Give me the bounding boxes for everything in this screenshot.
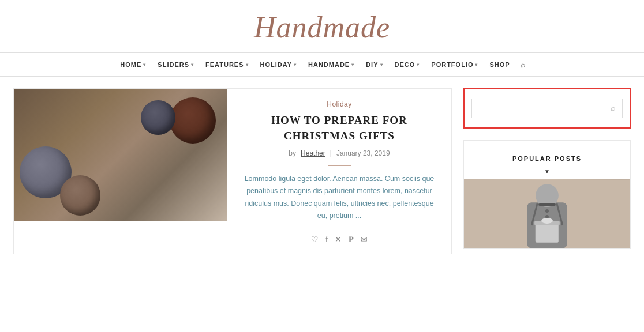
article-title: HOW TO PREPARE FOR CHRISTMAS GIFTS bbox=[271, 113, 407, 144]
nav-item-home[interactable]: HOME ▾ bbox=[114, 59, 152, 70]
article-divider bbox=[328, 165, 351, 166]
chevron-down-icon: ▾ bbox=[246, 62, 249, 67]
svg-point-9 bbox=[545, 209, 549, 213]
nav-link-shop[interactable]: SHOP bbox=[484, 59, 515, 70]
chevron-down-icon: ▾ bbox=[380, 62, 383, 67]
social-twitter-icon[interactable]: ✕ bbox=[335, 235, 342, 244]
nav-item-diy[interactable]: DIY ▾ bbox=[360, 59, 388, 70]
article-category: Holiday bbox=[327, 100, 352, 108]
nav-link-holiday[interactable]: HOLIDAY ▾ bbox=[254, 59, 303, 70]
site-title: Handmade bbox=[0, 10, 644, 44]
popular-posts-widget: POPULAR POSTS ▼ bbox=[463, 140, 631, 249]
article-meta: by Heather | January 23, 2019 bbox=[289, 149, 390, 157]
social-like-icon[interactable]: ♡ bbox=[311, 235, 319, 244]
nav-item-features[interactable]: FEATURES ▾ bbox=[200, 59, 254, 70]
author-link[interactable]: Heather bbox=[301, 149, 325, 157]
nav-link-features[interactable]: FEATURES ▾ bbox=[200, 59, 254, 70]
yarn-ball-decoration-1 bbox=[170, 97, 216, 144]
svg-rect-4 bbox=[536, 222, 559, 243]
article-excerpt: Lommodo ligula eget dolor. Aenean massa.… bbox=[241, 173, 437, 222]
svg-point-10 bbox=[545, 215, 549, 218]
nav-link-deco[interactable]: DECO ▾ bbox=[389, 59, 426, 70]
main-content: Holiday HOW TO PREPARE FOR CHRISTMAS GIF… bbox=[13, 88, 452, 254]
chevron-down-icon: ▾ bbox=[351, 62, 354, 67]
nav-item-sliders[interactable]: SLIDERS ▾ bbox=[152, 59, 200, 70]
nav-item-deco[interactable]: DECO ▾ bbox=[389, 59, 426, 70]
chevron-down-icon: ▾ bbox=[417, 62, 420, 67]
nav-link-home[interactable]: HOME ▾ bbox=[114, 59, 152, 70]
nav-link-handmade[interactable]: HANDMADE ▾ bbox=[302, 59, 360, 70]
search-icon[interactable]: ⌕ bbox=[516, 58, 530, 71]
social-facebook-icon[interactable]: f bbox=[325, 235, 328, 244]
nav-item-shop[interactable]: SHOP bbox=[484, 59, 515, 70]
chevron-down-icon: ▾ bbox=[294, 62, 297, 67]
svg-point-6 bbox=[541, 218, 553, 224]
search-input[interactable] bbox=[479, 104, 611, 113]
article-image-bg bbox=[14, 89, 227, 221]
sidebar: ⌕ POPULAR POSTS ▼ bbox=[463, 88, 631, 254]
yarn-ball-decoration-2 bbox=[141, 100, 175, 135]
article-image bbox=[14, 89, 227, 221]
popular-post-img-bg bbox=[464, 179, 630, 248]
nav-search[interactable]: ⌕ bbox=[516, 59, 530, 70]
search-input-wrapper[interactable]: ⌕ bbox=[471, 99, 623, 118]
nav-item-holiday[interactable]: HOLIDAY ▾ bbox=[254, 59, 303, 70]
popular-post-image bbox=[464, 179, 630, 248]
article-social-bar: ♡ f ✕ 𝐏 ✉ bbox=[311, 230, 368, 244]
nav-link-sliders[interactable]: SLIDERS ▾ bbox=[152, 59, 200, 70]
chevron-down-icon: ▾ bbox=[475, 62, 478, 67]
chevron-down-icon: ▾ bbox=[191, 62, 194, 67]
widget-title: POPULAR POSTS bbox=[481, 155, 613, 162]
site-header: Handmade bbox=[0, 0, 644, 53]
widget-title-bar: POPULAR POSTS bbox=[471, 150, 623, 167]
search-submit-icon[interactable]: ⌕ bbox=[611, 104, 615, 113]
search-widget: ⌕ bbox=[463, 88, 631, 129]
article-card: Holiday HOW TO PREPARE FOR CHRISTMAS GIF… bbox=[13, 88, 452, 254]
main-navigation: HOME ▾ SLIDERS ▾ FEATURES ▾ HOLIDAY ▾ HA bbox=[0, 53, 644, 77]
nav-item-handmade[interactable]: HANDMADE ▾ bbox=[302, 59, 360, 70]
widget-title-arrow-icon: ▼ bbox=[464, 168, 630, 175]
popular-post-illustration bbox=[464, 179, 630, 248]
svg-rect-3 bbox=[538, 203, 556, 206]
nav-item-portfolio[interactable]: PORTFOLIO ▾ bbox=[425, 59, 484, 70]
nav-list: HOME ▾ SLIDERS ▾ FEATURES ▾ HOLIDAY ▾ HA bbox=[0, 59, 644, 70]
chevron-down-icon: ▾ bbox=[143, 62, 146, 67]
nav-link-portfolio[interactable]: PORTFOLIO ▾ bbox=[425, 59, 484, 70]
content-wrapper: Holiday HOW TO PREPARE FOR CHRISTMAS GIF… bbox=[5, 77, 639, 266]
nav-link-diy[interactable]: DIY ▾ bbox=[360, 59, 388, 70]
social-pinterest-icon[interactable]: 𝐏 bbox=[349, 235, 354, 244]
social-email-icon[interactable]: ✉ bbox=[361, 235, 368, 244]
yarn-ball-decoration-4 bbox=[60, 175, 100, 216]
article-body: Holiday HOW TO PREPARE FOR CHRISTMAS GIF… bbox=[227, 89, 451, 254]
